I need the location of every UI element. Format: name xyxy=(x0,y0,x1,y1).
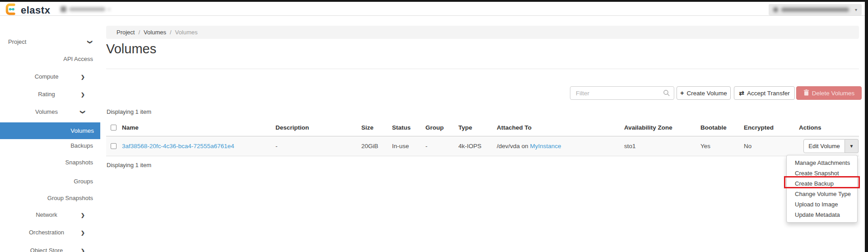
window-top-border xyxy=(0,0,868,2)
transfer-icon: ⇄ xyxy=(739,89,744,97)
breadcrumb-current: Volumes xyxy=(175,29,198,36)
cell-type: 4k-IOPS xyxy=(458,136,497,156)
column-header-size: Size xyxy=(361,119,392,136)
chevron-right-icon: ❯ xyxy=(81,89,85,100)
menu-item-create-snapshot[interactable]: Create Snapshot xyxy=(787,168,857,178)
horizon-dashboard: elastx ▾ ▾ Project ❯ API Access Compute … xyxy=(0,0,868,252)
project-icon xyxy=(61,6,66,12)
user-avatar-icon xyxy=(773,7,778,12)
instance-link[interactable]: MyInstance xyxy=(530,143,561,149)
cell-availability-zone: sto1 xyxy=(624,136,700,156)
project-name-blurred xyxy=(69,7,105,11)
volume-name-link[interactable]: 3af38568-20fc-4c36-bca4-72555a6761e4 xyxy=(122,143,234,149)
sidebar-item-object-store[interactable]: Object Store ❯ xyxy=(0,245,93,252)
menu-item-update-metadata[interactable]: Update Metadata xyxy=(787,210,857,220)
sidebar-item-snapshots[interactable]: Snapshots xyxy=(0,157,100,168)
menu-item-manage-attachments[interactable]: Manage Attachments xyxy=(787,158,857,168)
sidebar-item-project[interactable]: Project ❯ xyxy=(0,37,100,47)
column-header-group: Group xyxy=(425,119,458,136)
cell-status: In-use xyxy=(392,136,425,156)
chevron-right-icon: ❯ xyxy=(81,210,85,220)
search-icon[interactable] xyxy=(663,89,670,98)
column-header-attached-to: Attached To xyxy=(497,119,624,136)
cell-description: - xyxy=(275,136,361,156)
volumes-table: Name Description Size Status Group Type … xyxy=(106,119,859,156)
cell-bootable: Yes xyxy=(700,136,744,156)
project-switcher-redacted[interactable]: ▾ xyxy=(61,5,117,14)
elastx-logo-icon xyxy=(5,3,18,17)
sidebar-item-volumes-active[interactable]: Volumes xyxy=(0,122,100,139)
edit-volume-button[interactable]: Edit Volume xyxy=(803,139,845,153)
sidebar-item-group-snapshots[interactable]: Group Snapshots xyxy=(0,193,100,204)
sidebar-item-compute[interactable]: Compute ❯ xyxy=(0,71,93,82)
sidebar-item-orchestration[interactable]: Orchestration ❯ xyxy=(0,227,93,238)
item-count-top: Displaying 1 item xyxy=(107,108,151,115)
breadcrumb: Project / Volumes / Volumes xyxy=(106,26,859,39)
sidebar-item-network[interactable]: Network ❯ xyxy=(0,210,93,220)
column-header-status: Status xyxy=(392,119,425,136)
cell-size: 20GiB xyxy=(361,136,392,156)
breadcrumb-volumes[interactable]: Volumes xyxy=(144,29,166,36)
actions-dropdown-toggle[interactable]: ▼ xyxy=(845,139,859,153)
actions-split-button: Edit Volume ▼ xyxy=(803,139,859,153)
caret-down-icon: ▼ xyxy=(849,144,854,149)
page-title: Volumes xyxy=(106,42,156,56)
row-checkbox[interactable] xyxy=(111,143,117,149)
user-menu-redacted[interactable]: ▾ xyxy=(769,4,862,15)
item-count-bottom: Displaying 1 item xyxy=(107,162,151,168)
table-row: 3af38568-20fc-4c36-bca4-72555a6761e4 - 2… xyxy=(106,136,859,156)
chevron-down-icon: ▾ xyxy=(108,7,110,12)
column-header-encrypted: Encrypted xyxy=(744,119,799,136)
content-divider xyxy=(106,69,859,69)
trash-icon xyxy=(803,89,809,97)
cell-actions: Edit Volume ▼ xyxy=(799,136,859,156)
column-header-bootable: Bootable xyxy=(700,119,744,136)
menu-item-create-backup[interactable]: Create Backup xyxy=(787,178,857,189)
elastx-logo[interactable]: elastx xyxy=(5,3,50,17)
cell-encrypted: No xyxy=(744,136,799,156)
cell-group: - xyxy=(425,136,458,156)
window-right-border xyxy=(865,0,868,252)
chevron-right-icon: ❯ xyxy=(81,245,85,252)
chevron-down-icon: ▾ xyxy=(855,7,857,12)
plus-icon: + xyxy=(680,89,684,97)
cell-attached-to: /dev/vda on MyInstance xyxy=(497,136,624,156)
sidebar-item-api-access[interactable]: API Access xyxy=(0,54,100,65)
breadcrumb-project[interactable]: Project xyxy=(117,29,135,36)
elastx-logo-text: elastx xyxy=(21,5,50,16)
filter-input[interactable] xyxy=(570,86,674,100)
sidebar: Project ❯ API Access Compute ❯ Rating ❯ … xyxy=(0,16,100,252)
chevron-right-icon: ❯ xyxy=(81,71,85,82)
delete-volumes-button[interactable]: Delete Volumes xyxy=(796,86,862,100)
actions-dropdown-menu: Manage Attachments Create Snapshot Creat… xyxy=(786,155,858,223)
sidebar-item-groups[interactable]: Groups xyxy=(0,176,100,187)
column-header-name[interactable]: Name xyxy=(122,119,275,136)
menu-item-upload-to-image[interactable]: Upload to Image xyxy=(787,199,857,210)
user-email-blurred xyxy=(781,8,849,12)
table-header-row: Name Description Size Status Group Type … xyxy=(106,119,859,136)
chevron-down-icon: ❯ xyxy=(81,107,85,117)
chevron-right-icon: ❯ xyxy=(81,227,85,238)
column-header-availability-zone: Availability Zone xyxy=(624,119,700,136)
filter-field xyxy=(570,86,674,100)
create-volume-button[interactable]: + Create Volume xyxy=(677,86,731,100)
sidebar-item-volumes-group[interactable]: Volumes ❯ xyxy=(0,107,93,117)
column-header-actions: Actions xyxy=(799,119,859,136)
sidebar-item-rating[interactable]: Rating ❯ xyxy=(0,89,93,100)
column-header-type: Type xyxy=(458,119,497,136)
menu-item-change-volume-type[interactable]: Change Volume Type xyxy=(787,189,857,199)
top-navbar: elastx ▾ ▾ xyxy=(0,2,865,16)
sidebar-item-backups[interactable]: Backups xyxy=(0,140,100,151)
accept-transfer-button[interactable]: ⇄ Accept Transfer xyxy=(734,86,795,100)
chevron-down-icon: ❯ xyxy=(88,37,92,47)
column-header-description: Description xyxy=(275,119,361,136)
select-all-checkbox[interactable] xyxy=(111,125,117,131)
